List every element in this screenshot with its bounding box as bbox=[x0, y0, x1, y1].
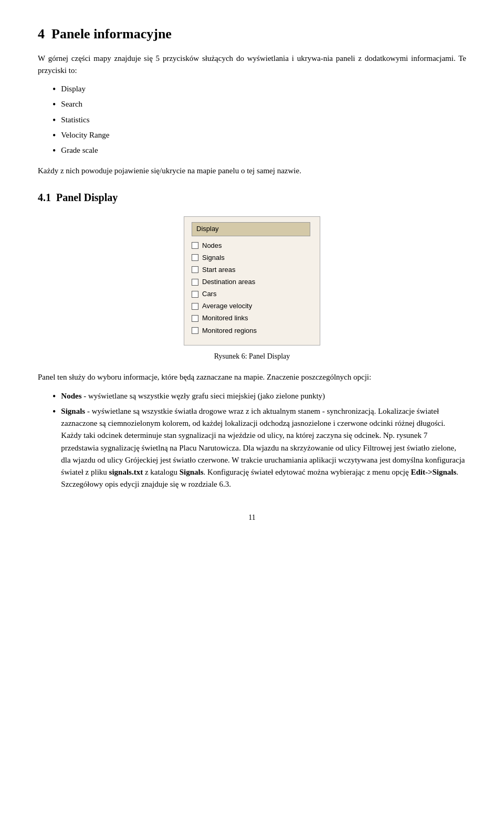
option-signals: Signals - wyświetlane są wszystkie świat… bbox=[52, 405, 466, 491]
panel-item-nodes: Nodes bbox=[192, 240, 310, 251]
list-item: Velocity Range bbox=[52, 129, 466, 142]
signals-text2: z katalogu bbox=[143, 468, 180, 476]
signals-bold3: Edit->Signals bbox=[411, 468, 456, 476]
signals-text3: . Konfigurację świateł edytować można wy… bbox=[204, 468, 411, 476]
list-item: Grade scale bbox=[52, 144, 466, 158]
list-item: Display bbox=[52, 83, 466, 96]
figure-display-panel: Display Nodes Signals Start areas Destin… bbox=[38, 216, 466, 362]
chapter-title: 4 Panele informacyjne bbox=[38, 25, 466, 43]
option-term-nodes: Nodes bbox=[61, 392, 81, 400]
checkbox-average-velocity[interactable] bbox=[192, 303, 198, 310]
panel-item-destination-areas: Destination areas bbox=[192, 277, 310, 287]
figure-caption: Rysunek 6: Panel Display bbox=[214, 351, 290, 362]
option-nodes: Nodes - wyświetlane są wszystkie węzły g… bbox=[52, 390, 466, 403]
option-term-signals: Signals bbox=[61, 407, 85, 415]
list-item: Statistics bbox=[52, 114, 466, 127]
signals-bold2: Signals bbox=[180, 468, 204, 476]
buttons-list: Display Search Statistics Velocity Range… bbox=[52, 83, 466, 158]
checkbox-signals[interactable] bbox=[192, 254, 198, 261]
page-number: 11 bbox=[38, 512, 466, 523]
panel-item-signals: Signals bbox=[192, 253, 310, 263]
panel-item-average-velocity: Average velocity bbox=[192, 301, 310, 311]
panel-item-start-areas: Start areas bbox=[192, 265, 310, 275]
option-desc-nodes: - wyświetlane są wszystkie węzły grafu s… bbox=[81, 392, 325, 400]
checkbox-monitored-regions[interactable] bbox=[192, 327, 198, 334]
signals-bold1: signals.txt bbox=[109, 468, 143, 476]
panel-item-monitored-links: Monitored links bbox=[192, 313, 310, 323]
checkbox-start-areas[interactable] bbox=[192, 266, 198, 273]
checkbox-destination-areas[interactable] bbox=[192, 279, 198, 286]
intro-paragraph1: W górnej części mapy znajduje się 5 przy… bbox=[38, 53, 466, 77]
display-panel-widget: Display Nodes Signals Start areas Destin… bbox=[184, 216, 320, 345]
checkbox-cars[interactable] bbox=[192, 291, 198, 298]
panel-item-cars: Cars bbox=[192, 289, 310, 299]
option-desc-signals: - wyświetlane są wszystkie światła drogo… bbox=[61, 407, 465, 476]
intro-paragraph2: Każdy z nich powoduje pojawienie się/ukr… bbox=[38, 165, 466, 177]
panel-description: Panel ten służy do wyboru informacje, kt… bbox=[38, 371, 466, 383]
section-title: 4.1 Panel Display bbox=[38, 190, 466, 206]
options-list: Nodes - wyświetlane są wszystkie węzły g… bbox=[52, 390, 466, 491]
checkbox-nodes[interactable] bbox=[192, 242, 198, 249]
checkbox-monitored-links[interactable] bbox=[192, 315, 198, 322]
panel-title-bar: Display bbox=[192, 222, 310, 236]
list-item: Search bbox=[52, 98, 466, 111]
panel-item-monitored-regions: Monitored regions bbox=[192, 326, 310, 336]
